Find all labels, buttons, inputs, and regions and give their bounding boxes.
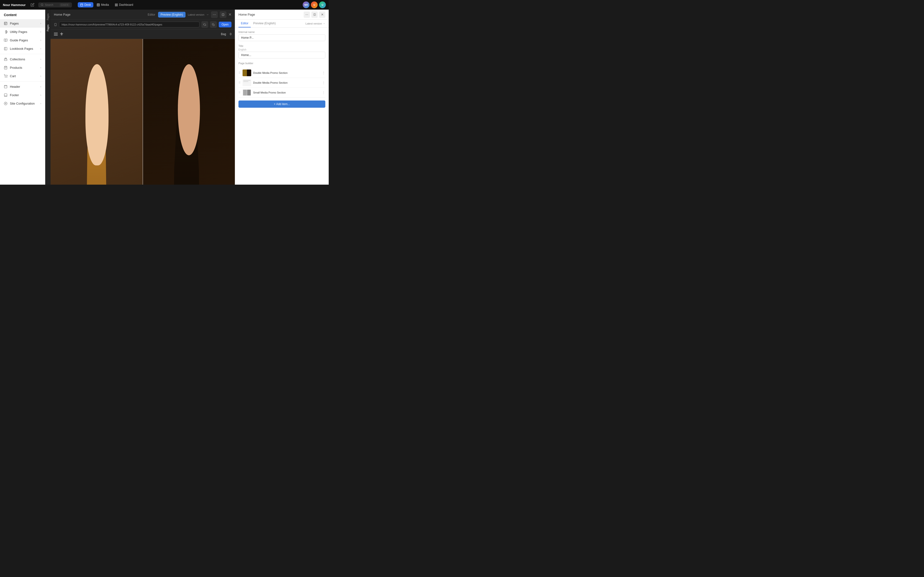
topbar-nav: Desk Media Dashboard xyxy=(78,2,136,8)
desk-icon xyxy=(80,3,83,6)
chevron-down-icon[interactable] xyxy=(206,13,209,16)
mobile-icon xyxy=(54,23,57,26)
drag-handle[interactable]: ⠿ xyxy=(239,81,241,84)
right-split-btn[interactable] xyxy=(311,11,318,18)
search-placeholder: Search xyxy=(45,3,53,6)
right-more-btn[interactable]: ⋯ xyxy=(304,11,310,18)
sidebar-item-lookbook[interactable]: Lookbook Pages › xyxy=(0,45,45,53)
media-icon xyxy=(97,3,100,6)
page-builder-group: Page builder xyxy=(239,62,325,64)
preview-image-left xyxy=(50,39,143,185)
copy-btn[interactable] xyxy=(210,21,217,28)
close-btn[interactable]: ✕ xyxy=(228,12,231,17)
pages-icon xyxy=(4,22,8,25)
section-row-name: Double Media Promo Section xyxy=(253,81,320,84)
preview-nav: ⚜ Bag 0 xyxy=(50,29,235,39)
url-input[interactable] xyxy=(59,22,199,27)
svg-rect-9 xyxy=(4,47,7,50)
drag-handle[interactable]: ⠿ xyxy=(239,71,241,74)
nav-desk[interactable]: Desk xyxy=(78,2,94,8)
internal-name-group: Internal name xyxy=(239,31,325,41)
sidebar-item-header[interactable]: Header › xyxy=(0,82,45,91)
editor-actions: Latest version ⋯ ✕ xyxy=(188,11,231,18)
sidebar-item-cart[interactable]: Cart › xyxy=(0,72,45,80)
sidebar-item-utility[interactable]: Utility Pages › xyxy=(0,27,45,36)
sidebar-item-site-config[interactable]: Site Configuration › xyxy=(0,99,45,108)
bag-label: Bag xyxy=(221,32,226,36)
section-row-name: Small Media Promo Section xyxy=(253,91,320,94)
sidebar-item-products[interactable]: Products › xyxy=(0,63,45,72)
editor-panel: Home Page Editor Preview (English) Lates… xyxy=(50,10,235,185)
right-panel-actions: ⋯ ✕ xyxy=(304,11,325,18)
search-icon xyxy=(41,3,44,6)
split-view-btn[interactable] xyxy=(220,11,226,18)
title-lang: English xyxy=(239,48,325,51)
right-panel-content: Internal name Title English Page builder… xyxy=(235,27,329,185)
section-list: ⠿ Double Media Promo Section ⋮ ⠿ Doub xyxy=(239,68,325,98)
section-thumb-small xyxy=(242,89,251,96)
svg-rect-18 xyxy=(213,24,215,26)
figure-left xyxy=(50,39,143,185)
sidebar-item-guide[interactable]: Guide Pages › xyxy=(0,36,45,45)
svg-rect-3 xyxy=(115,3,116,5)
topbar: Nour Hammour Search Cmd K Desk Media Das… xyxy=(0,0,329,10)
avatar-2[interactable]: U xyxy=(311,2,318,8)
title-input[interactable] xyxy=(239,52,325,58)
config-icon xyxy=(4,102,8,105)
chevron-icon: › xyxy=(40,39,41,42)
page-tab-pages-2[interactable]: Pages xyxy=(46,23,50,33)
hamburger-menu[interactable] xyxy=(54,33,58,35)
refresh-btn[interactable] xyxy=(201,21,208,28)
chevron-icon: › xyxy=(40,75,41,77)
editor-tab-editor[interactable]: Editor xyxy=(145,12,158,18)
chevron-icon: › xyxy=(40,85,41,88)
avatar-1[interactable]: NH xyxy=(303,2,309,8)
center-panel: Pages Pages Home Page Editor Preview (En… xyxy=(45,10,235,185)
svg-rect-4 xyxy=(116,3,118,5)
svg-rect-5 xyxy=(116,5,118,6)
add-item-btn[interactable]: + Add item... xyxy=(239,100,325,108)
section-row-more-btn[interactable]: ⋮ xyxy=(322,81,325,85)
drag-handle[interactable]: ⠿ xyxy=(239,91,241,94)
sidebar-item-footer[interactable]: Footer › xyxy=(0,91,45,99)
svg-point-8 xyxy=(5,32,6,32)
page-tab-pages-1[interactable]: Pages xyxy=(46,11,50,22)
right-close-btn[interactable]: ✕ xyxy=(319,11,325,18)
lookbook-icon xyxy=(4,47,8,50)
version-label: Latest version xyxy=(188,13,204,16)
nav-dashboard[interactable]: Dashboard xyxy=(112,2,136,8)
right-tab-editor[interactable]: Editor xyxy=(239,20,251,27)
section-row-more-btn[interactable]: ⋮ xyxy=(322,71,325,75)
chevron-icon: › xyxy=(40,31,41,33)
url-bar: Open xyxy=(50,20,235,29)
sidebar-item-pages[interactable]: Pages › xyxy=(0,19,45,27)
section-row: ⠿ Double Media Promo Section ⋮ xyxy=(239,78,325,88)
section-row: ⠿ Small Media Promo Section ⋮ xyxy=(239,88,325,98)
chevron-down-icon[interactable] xyxy=(323,23,325,25)
preview-images xyxy=(50,39,235,185)
preview-area: ⚜ Bag 0 xyxy=(50,29,235,185)
guide-icon xyxy=(4,39,8,42)
svg-rect-12 xyxy=(4,85,7,88)
nav-media[interactable]: Media xyxy=(94,2,111,8)
search-bar[interactable]: Search Cmd K xyxy=(38,2,72,8)
internal-name-input[interactable] xyxy=(239,34,325,41)
avatar-3[interactable]: U xyxy=(319,2,326,8)
page-tabs-vertical: Pages Pages xyxy=(45,10,50,185)
title-group: Title English xyxy=(239,45,325,58)
editor-tab-preview[interactable]: Preview (English) xyxy=(158,12,185,18)
more-menu-btn[interactable]: ⋯ xyxy=(211,11,218,18)
title-label: Title xyxy=(239,45,325,47)
right-tab-preview[interactable]: Preview (English) xyxy=(251,20,278,27)
right-tab-group: Editor Preview (English) Latest version xyxy=(235,20,329,27)
chevron-icon: › xyxy=(40,102,41,105)
edit-icon[interactable] xyxy=(31,3,34,7)
footer-icon xyxy=(4,93,8,97)
search-shortcut: Cmd K xyxy=(60,3,69,6)
editor-header: Home Page Editor Preview (English) Lates… xyxy=(50,10,235,20)
editor-tab-group: Editor Preview (English) xyxy=(145,12,186,18)
open-btn[interactable]: Open xyxy=(219,22,231,27)
section-row-more-btn[interactable]: ⋮ xyxy=(322,91,325,95)
section-thumb-double xyxy=(242,69,251,76)
sidebar-item-collections[interactable]: Collections › xyxy=(0,55,45,63)
